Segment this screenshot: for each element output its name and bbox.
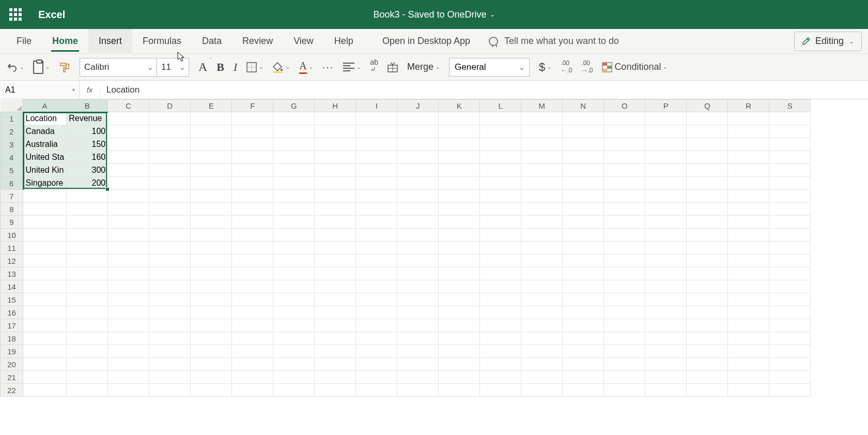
tab-home[interactable]: Home xyxy=(42,29,88,54)
cell-Q17[interactable] xyxy=(687,319,728,332)
cell-K4[interactable] xyxy=(439,151,480,164)
row-header-10[interactable]: 10 xyxy=(1,229,23,242)
cell-E6[interactable] xyxy=(191,177,232,190)
merge-button[interactable]: Merge ⌄ xyxy=(407,58,440,76)
cell-N1[interactable] xyxy=(563,112,604,125)
cell-R9[interactable] xyxy=(728,216,769,229)
cell-P16[interactable] xyxy=(645,306,687,319)
cell-S22[interactable] xyxy=(769,384,811,397)
cell-E13[interactable] xyxy=(191,267,232,280)
cell-N13[interactable] xyxy=(563,267,604,280)
cell-K20[interactable] xyxy=(439,358,480,371)
cell-J7[interactable] xyxy=(397,190,439,203)
cell-J22[interactable] xyxy=(397,384,439,397)
cell-A20[interactable] xyxy=(23,358,67,371)
cell-E5[interactable] xyxy=(191,164,232,177)
column-header-K[interactable]: K xyxy=(439,100,480,112)
open-in-desktop-button[interactable]: Open in Desktop App xyxy=(382,36,470,47)
cell-A19[interactable] xyxy=(23,345,67,358)
cell-B22[interactable] xyxy=(67,384,108,397)
cell-A16[interactable] xyxy=(23,306,67,319)
cell-S17[interactable] xyxy=(769,319,811,332)
cell-Q1[interactable] xyxy=(687,112,728,125)
decrease-decimal-button[interactable]: .00→.0 xyxy=(581,58,593,76)
cell-O8[interactable] xyxy=(604,203,645,216)
cell-B18[interactable] xyxy=(67,332,108,345)
font-name-select[interactable]: Calibri xyxy=(80,58,157,77)
cell-B19[interactable] xyxy=(67,345,108,358)
cell-C6[interactable] xyxy=(108,177,149,190)
cell-L3[interactable] xyxy=(480,138,521,151)
cell-D4[interactable] xyxy=(149,151,191,164)
cell-M6[interactable] xyxy=(521,177,563,190)
cell-P20[interactable] xyxy=(645,358,687,371)
cell-E19[interactable] xyxy=(191,345,232,358)
cell-Q4[interactable] xyxy=(687,151,728,164)
cell-G8[interactable] xyxy=(273,203,315,216)
cell-K12[interactable] xyxy=(439,254,480,267)
cell-E21[interactable] xyxy=(191,371,232,384)
cell-S21[interactable] xyxy=(769,371,811,384)
cell-H13[interactable] xyxy=(315,267,356,280)
cell-B14[interactable] xyxy=(67,280,108,293)
cell-H2[interactable] xyxy=(315,125,356,138)
cell-S1[interactable] xyxy=(769,112,811,125)
cell-D22[interactable] xyxy=(149,384,191,397)
cell-G9[interactable] xyxy=(273,216,315,229)
cell-B7[interactable] xyxy=(67,190,108,203)
app-launcher-icon[interactable] xyxy=(9,8,22,21)
cell-J18[interactable] xyxy=(397,332,439,345)
cell-B9[interactable] xyxy=(67,216,108,229)
cell-A15[interactable] xyxy=(23,293,67,306)
cell-F21[interactable] xyxy=(232,371,273,384)
cell-J1[interactable] xyxy=(397,112,439,125)
cell-P18[interactable] xyxy=(645,332,687,345)
tab-review[interactable]: Review xyxy=(232,29,283,54)
cell-J3[interactable] xyxy=(397,138,439,151)
cell-F17[interactable] xyxy=(232,319,273,332)
cell-R16[interactable] xyxy=(728,306,769,319)
cell-M5[interactable] xyxy=(521,164,563,177)
cell-L21[interactable] xyxy=(480,371,521,384)
cell-S11[interactable] xyxy=(769,242,811,254)
cell-R22[interactable] xyxy=(728,384,769,397)
cell-A13[interactable] xyxy=(23,267,67,280)
cell-A10[interactable] xyxy=(23,229,67,242)
row-header-8[interactable]: 8 xyxy=(1,203,23,216)
cell-G13[interactable] xyxy=(273,267,315,280)
cell-N15[interactable] xyxy=(563,293,604,306)
cell-K1[interactable] xyxy=(439,112,480,125)
column-header-L[interactable]: L xyxy=(480,100,521,112)
cell-O5[interactable] xyxy=(604,164,645,177)
cell-D9[interactable] xyxy=(149,216,191,229)
cell-L17[interactable] xyxy=(480,319,521,332)
cell-E18[interactable] xyxy=(191,332,232,345)
cell-H12[interactable] xyxy=(315,254,356,267)
cell-C9[interactable] xyxy=(108,216,149,229)
cell-M17[interactable] xyxy=(521,319,563,332)
cell-H4[interactable] xyxy=(315,151,356,164)
cell-G3[interactable] xyxy=(273,138,315,151)
cell-C5[interactable] xyxy=(108,164,149,177)
cell-R21[interactable] xyxy=(728,371,769,384)
cell-O15[interactable] xyxy=(604,293,645,306)
cell-Q5[interactable] xyxy=(687,164,728,177)
cell-B8[interactable] xyxy=(67,203,108,216)
more-font-options-button[interactable]: ··· xyxy=(322,58,334,76)
cell-R14[interactable] xyxy=(728,280,769,293)
cell-Q19[interactable] xyxy=(687,345,728,358)
editing-mode-button[interactable]: Editing ⌄ xyxy=(794,32,862,51)
cell-P17[interactable] xyxy=(645,319,687,332)
cell-K9[interactable] xyxy=(439,216,480,229)
cell-S5[interactable] xyxy=(769,164,811,177)
row-header-21[interactable]: 21 xyxy=(1,371,23,384)
cell-B1[interactable]: Revenue xyxy=(67,112,108,125)
cell-H15[interactable] xyxy=(315,293,356,306)
cell-B3[interactable]: 150 xyxy=(67,138,108,151)
cell-O2[interactable] xyxy=(604,125,645,138)
cell-G22[interactable] xyxy=(273,384,315,397)
cell-H16[interactable] xyxy=(315,306,356,319)
cell-M8[interactable] xyxy=(521,203,563,216)
cell-F13[interactable] xyxy=(232,267,273,280)
font-color-button[interactable]: A ⌄ xyxy=(299,58,313,76)
